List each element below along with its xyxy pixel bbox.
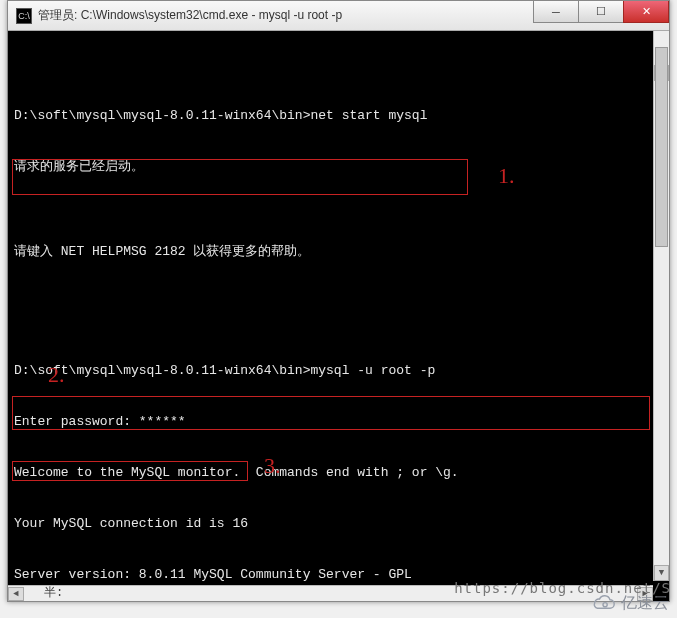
svg-point-0 (603, 602, 607, 606)
titlebar[interactable]: C:\ 管理员: C:\Windows\system32\cmd.exe - m… (8, 1, 669, 31)
window-title: 管理员: C:\Windows\system32\cmd.exe - mysql… (38, 7, 534, 24)
terminal-line: D:\soft\mysql\mysql-8.0.11-winx64\bin>ne… (14, 107, 663, 124)
scroll-left-button[interactable]: ◄ (8, 587, 24, 601)
terminal-line: D:\soft\mysql\mysql-8.0.11-winx64\bin>my… (14, 362, 663, 379)
terminal-area[interactable]: D:\soft\mysql\mysql-8.0.11-winx64\bin>ne… (8, 31, 669, 601)
terminal-line: 请求的服务已经启动。 (14, 158, 663, 175)
terminal-line: Your MySQL connection id is 16 (14, 515, 663, 532)
vertical-scrollbar[interactable]: ▲ ▼ (653, 31, 669, 581)
scroll-thumb[interactable] (655, 47, 668, 247)
minimize-button[interactable]: ─ (533, 1, 579, 23)
cmd-icon: C:\ (16, 8, 32, 24)
window-buttons: ─ ☐ ✕ (534, 1, 669, 30)
terminal-line: Enter password: ****** (14, 413, 663, 430)
cloud-icon (589, 594, 617, 614)
scroll-down-button[interactable]: ▼ (654, 565, 669, 581)
terminal-line: Welcome to the MySQL monitor. Commands e… (14, 464, 663, 481)
brand-logo: 亿速云 (589, 593, 669, 614)
scroll-track[interactable] (654, 47, 669, 565)
brand-text: 亿速云 (621, 593, 669, 614)
maximize-button[interactable]: ☐ (578, 1, 624, 23)
close-button[interactable]: ✕ (623, 1, 669, 23)
cmd-window: C:\ 管理员: C:\Windows\system32\cmd.exe - m… (7, 0, 670, 602)
terminal-line: 请键入 NET HELPMSG 2182 以获得更多的帮助。 (14, 243, 663, 260)
hscroll-label: 半: (24, 585, 83, 602)
